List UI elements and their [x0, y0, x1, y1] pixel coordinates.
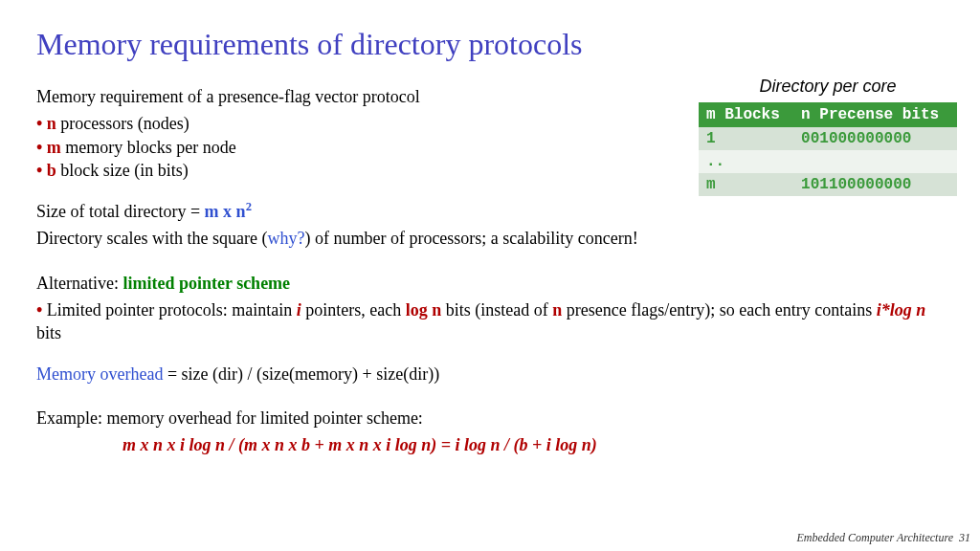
var-b: b — [47, 161, 56, 180]
cell-bits — [793, 150, 957, 173]
ab-mid2: bits (instead of — [441, 300, 552, 320]
size-expr-base: m x n — [205, 202, 246, 221]
size-equation: Size of total directory = m x n2 — [36, 199, 944, 223]
scale-post: ) of number of processors; a scalability… — [304, 229, 637, 248]
directory-table: m Blocks n Precense bits 1 001000000000 … — [699, 102, 957, 196]
cell-blocks: .. — [699, 150, 793, 173]
footer-course: Embedded Computer Architecture — [796, 531, 953, 544]
bullet-m-text: memory blocks per node — [61, 138, 236, 157]
example-lead: Example: memory overhead for limited poi… — [36, 407, 944, 430]
table-caption: Directory per core — [699, 77, 957, 97]
overhead-label: Memory overhead — [36, 364, 163, 384]
ab-pre: Limited pointer protocols: maintain — [47, 300, 297, 320]
slide-title: Memory requirements of directory protoco… — [36, 27, 944, 62]
ab-logn: log n — [406, 300, 442, 320]
ab-n: n — [552, 300, 562, 320]
bullet-b-text: block size (in bits) — [56, 161, 189, 180]
ab-post: bits — [36, 323, 61, 342]
ab-ilogn: i*log n — [877, 300, 926, 320]
cell-blocks: 1 — [699, 127, 793, 150]
alternative-line: Alternative: limited pointer scheme — [36, 272, 944, 295]
size-lead: Size of total directory = — [36, 202, 205, 221]
th-presence: n Precense bits — [793, 102, 957, 127]
alt-bullets: Limited pointer protocols: maintain i po… — [36, 298, 944, 345]
size-expr-sup: 2 — [246, 200, 252, 213]
var-m: m — [47, 138, 61, 157]
overhead-line: Memory overhead = size (dir) / (size(mem… — [36, 363, 944, 386]
cell-blocks: m — [699, 173, 793, 196]
directory-table-panel: Directory per core m Blocks n Precense b… — [699, 77, 957, 196]
cell-bits: 101100000000 — [793, 173, 957, 196]
table-row: .. — [699, 150, 957, 173]
footer-page: 31 — [959, 531, 970, 544]
cell-bits: 001000000000 — [793, 127, 957, 150]
why-link[interactable]: why? — [267, 229, 304, 248]
size-expr: m x n2 — [205, 202, 252, 221]
table-row: m 101100000000 — [699, 173, 957, 196]
overhead-rest: = size (dir) / (size(memory) + size(dir)… — [163, 364, 439, 384]
table-row: 1 001000000000 — [699, 127, 957, 150]
scale-pre: Directory scales with the square ( — [36, 229, 267, 248]
scalability-line: Directory scales with the square (why?) … — [36, 227, 944, 250]
alt-scheme: limited pointer scheme — [122, 274, 290, 293]
alt-lead: Alternative: — [36, 274, 122, 293]
table-header-row: m Blocks n Precense bits — [699, 102, 957, 127]
ab-mid1: pointers, each — [301, 300, 406, 320]
ab-mid3: presence flags/entry); so each entry con… — [562, 300, 876, 320]
alt-bullet: Limited pointer protocols: maintain i po… — [36, 298, 944, 345]
example-equation: m x n x i log n / (m x n x b + m x n x i… — [36, 433, 944, 456]
bullet-n-text: processors (nodes) — [56, 114, 189, 133]
slide-footer: Embedded Computer Architecture 31 — [796, 531, 970, 545]
th-blocks: m Blocks — [699, 102, 793, 127]
var-n: n — [47, 114, 56, 133]
